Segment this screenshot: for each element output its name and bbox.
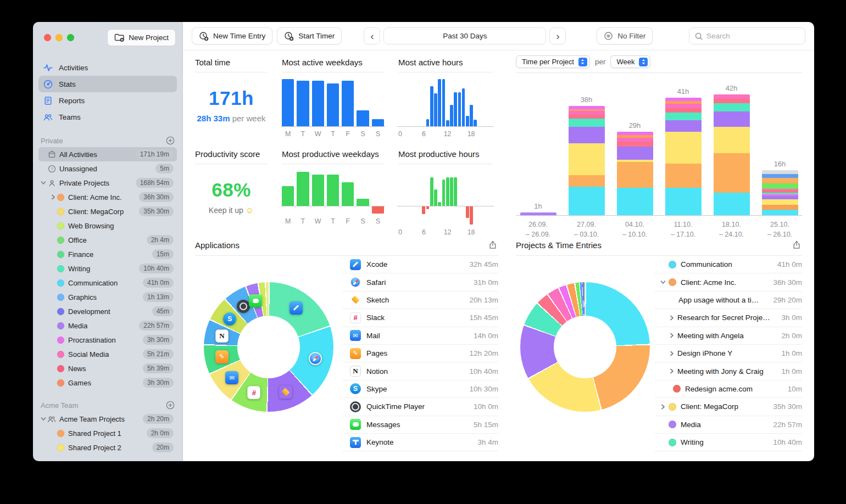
sidebar-item[interactable]: Media22h 57m (38, 318, 177, 333)
previous-period-button[interactable]: ‹ (364, 27, 380, 44)
svg-text:?: ? (51, 166, 53, 171)
sidebar-item-stats[interactable]: Stats (38, 76, 177, 92)
application-row[interactable]: Slack15h 45m (342, 309, 498, 327)
project-row[interactable]: App usage without a ti…29h 20m (654, 292, 802, 309)
sidebar-item[interactable]: Office2h 4m (38, 233, 177, 247)
sidebar-item[interactable]: Graphics1h 13m (38, 290, 177, 304)
application-time: 3h 4m (473, 438, 498, 446)
sidebar-item[interactable]: All Activities171h 19m (38, 147, 177, 161)
sidebar-item-label: Shared Project 1 (68, 429, 121, 438)
chevron-right-icon[interactable] (666, 351, 677, 356)
time-badge: 5h 39m (143, 363, 174, 373)
application-row[interactable]: Messages5h 15m (342, 416, 498, 434)
add-project-icon[interactable] (166, 136, 175, 145)
share-button[interactable] (791, 239, 802, 250)
chevron-right-icon[interactable] (666, 368, 677, 374)
sketch-app-icon (279, 385, 292, 399)
per-week-value: 28h 33m per week (195, 114, 268, 123)
interval-select[interactable]: Week (610, 55, 650, 68)
sidebar-item[interactable]: Finance15m (38, 247, 177, 261)
sidebar-item[interactable]: Development45m (38, 304, 177, 318)
project-color-dot (57, 294, 64, 301)
sidebar-item-teams[interactable]: Teams (38, 109, 177, 125)
slack-app-icon (247, 386, 260, 399)
filter-label: No Filter (617, 32, 645, 40)
applications-panel: Applications Xcode32h 45mSafari31h 0mSke… (195, 234, 498, 461)
minimize-button[interactable] (55, 34, 63, 41)
sidebar-item-label: Games (68, 379, 91, 387)
sidebar-item[interactable]: Acme Team Projects2h 20m (38, 412, 177, 426)
sidebar-item[interactable]: Shared Project 12h 0m (38, 426, 177, 440)
application-time: 15h 45m (465, 313, 498, 322)
new-project-folder-icon (114, 33, 125, 42)
project-row[interactable]: Design iPhone Y1h 0m (654, 345, 802, 362)
application-name: Sketch (366, 296, 389, 304)
sidebar-item-label: News (68, 365, 86, 373)
application-row[interactable]: Xcode32h 45m (342, 256, 498, 273)
chevron-right-icon[interactable] (666, 315, 677, 321)
next-period-button[interactable]: › (549, 27, 566, 44)
share-button[interactable] (487, 239, 498, 250)
total-time-panel: Total time 171h 28h 33m per week (195, 51, 268, 142)
project-row[interactable]: Redesign acme.com10m (654, 380, 802, 398)
start-timer-button[interactable]: Start Timer (277, 27, 342, 44)
project-row[interactable]: Client: Acme Inc.36h 30m (654, 273, 802, 291)
search-field[interactable] (689, 27, 805, 44)
metric-select[interactable]: Time per Project (516, 55, 590, 68)
weekly-chart-header: Time per Project per Week (516, 51, 802, 73)
sidebar-item[interactable]: Games3h 30m (38, 376, 177, 390)
project-name: Research for Secret Proje… (677, 313, 770, 322)
project-row[interactable]: Research for Secret Proje…3h 0m (654, 309, 802, 327)
application-row[interactable]: Notion10h 40m (342, 362, 498, 380)
new-time-entry-button[interactable]: New Time Entry (192, 27, 272, 44)
sidebar-item[interactable]: Private Projects168h 54m (38, 176, 177, 190)
weekly-bar: 41h (665, 87, 702, 215)
sidebar-item[interactable]: Writing10h 40m (38, 261, 177, 276)
add-project-icon[interactable] (166, 401, 175, 410)
application-row[interactable]: Mail14h 0m (342, 327, 498, 345)
project-row[interactable]: Meeting with Jony & Craig1h 0m (654, 362, 802, 380)
search-input[interactable] (706, 32, 800, 40)
sidebar-item-reports[interactable]: Reports (38, 92, 177, 109)
filter-button[interactable]: No Filter (597, 27, 653, 44)
application-time: 5h 15m (469, 421, 498, 429)
chevron-right-icon[interactable] (658, 404, 669, 410)
sidebar-item-activities[interactable]: Activities (38, 59, 177, 76)
chevron-right-icon[interactable] (666, 333, 677, 338)
project-color-dot (669, 261, 676, 268)
date-range-field[interactable]: Past 30 Days (383, 27, 546, 44)
sidebar-item-label: Activities (59, 64, 88, 72)
new-project-button[interactable]: New Project (107, 29, 176, 46)
application-row[interactable]: Pages12h 20m (342, 345, 498, 362)
close-button[interactable] (44, 34, 51, 41)
project-row[interactable]: Media22h 57m (654, 416, 802, 434)
chevron-down-icon[interactable] (658, 279, 669, 285)
sidebar-item[interactable]: Client: Acme Inc.36h 30m (38, 190, 177, 204)
sidebar-item[interactable]: News5h 39m (38, 361, 177, 376)
chart-time-per-project-per-week: 1h38h29h41h42h16h26.09.– 26.09.27.09.– 0… (516, 73, 802, 239)
application-row[interactable]: Safari31h 0m (342, 273, 498, 291)
project-row[interactable]: Client: MegaCorp35h 30m (654, 398, 802, 416)
chevron-down-icon[interactable] (40, 180, 47, 186)
sidebar-item[interactable]: Communication41h 0m (38, 276, 177, 290)
application-row[interactable]: QuickTime Player10h 0m (342, 398, 498, 416)
application-row[interactable]: Sketch20h 13m (342, 292, 498, 309)
sidebar-item[interactable]: Client: MegaCorp35h 30m (38, 204, 177, 219)
sidebar-item[interactable]: Web Browsing (38, 219, 177, 233)
application-row[interactable]: Skype10h 30m (342, 380, 498, 398)
project-time: 1h 0m (777, 367, 802, 376)
sidebar-item[interactable]: Social Media5h 21m (38, 347, 177, 361)
project-row[interactable]: Communication41h 0m (654, 256, 802, 273)
project-row[interactable]: Writing10h 40m (654, 434, 802, 451)
application-row[interactable]: Keynote3h 4m (342, 434, 498, 451)
sidebar-item[interactable]: Shared Project 220m (38, 440, 177, 455)
zoom-button[interactable] (67, 34, 74, 41)
weekly-bar: 16h (762, 160, 798, 215)
chevron-right-icon[interactable] (49, 194, 57, 200)
project-row[interactable]: Meeting with Angela2h 0m (654, 327, 802, 345)
sidebar-item[interactable]: Procrastination3h 30m (38, 333, 177, 347)
project-color-dot (669, 278, 676, 286)
chevron-down-icon[interactable] (40, 416, 47, 422)
application-name: QuickTime Player (366, 402, 425, 411)
sidebar-item[interactable]: ?Unassigned5m (38, 161, 177, 176)
